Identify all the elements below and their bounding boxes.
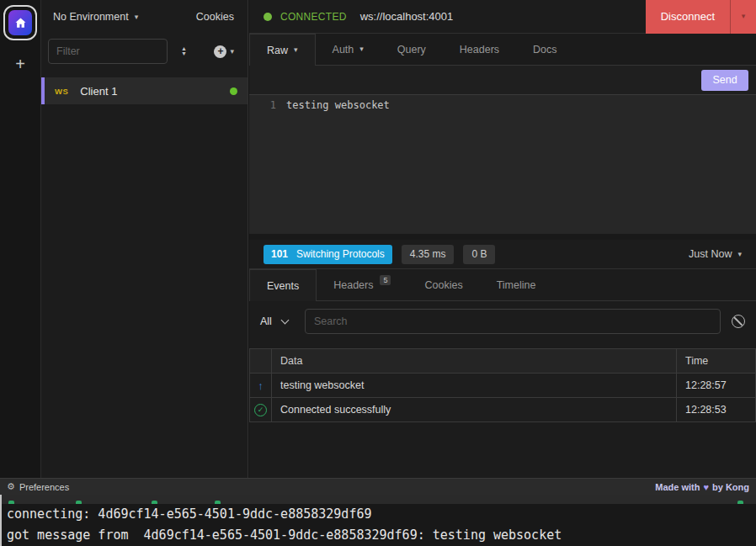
tab-headers[interactable]: Headers: [443, 34, 516, 65]
clipped-text-fragment: [8, 501, 14, 504]
event-data: testing websocket: [272, 374, 677, 398]
tab-raw[interactable]: Raw ▾: [249, 34, 316, 66]
icon-column-header: [250, 349, 272, 374]
new-project-button[interactable]: +: [15, 56, 25, 72]
time-column-header: Time: [677, 349, 756, 374]
sidebar-filter-row: ▲ ▼ + ▾: [41, 34, 248, 69]
create-request-button[interactable]: + ▾: [214, 45, 234, 58]
event-filter-row: All: [249, 301, 756, 342]
event-type-select[interactable]: All: [260, 315, 288, 327]
sidebar: No Environment ▾ Cookies ▲ ▼ + ▾ WS Clie…: [40, 0, 248, 478]
environment-label: No Environment: [53, 11, 129, 23]
event-type-selected: All: [260, 315, 272, 327]
plus-circle-icon: +: [214, 45, 226, 58]
status-footer: ⚙ Preferences Made with ♥ by Kong: [0, 478, 756, 495]
heart-icon: ♥: [703, 482, 709, 492]
tab-timeline[interactable]: Timeline: [480, 269, 553, 300]
tab-docs[interactable]: Docs: [516, 34, 573, 65]
response-age: Just Now: [689, 248, 732, 260]
status-reason: Switching Protocols: [296, 248, 385, 260]
websocket-url[interactable]: ws://localhost:4001: [360, 10, 454, 23]
home-button[interactable]: [3, 5, 37, 40]
tab-auth[interactable]: Auth ▾: [316, 34, 381, 65]
events-table: Data Time ↑ testing websocket 12:28:57 ✓…: [249, 348, 756, 422]
editor-line: 1 testing websocket: [249, 95, 756, 111]
chevron-down-icon: ▾: [135, 13, 139, 21]
sidebar-item-client-1[interactable]: WS Client 1: [41, 77, 248, 104]
sidebar-header: No Environment ▾ Cookies: [41, 0, 248, 34]
line-number: 1: [249, 99, 286, 111]
preferences-button[interactable]: ⚙ Preferences: [7, 481, 69, 492]
response-tabs: Events Headers5 Cookies Timeline: [249, 269, 756, 301]
disconnect-button-group: Disconnect ▾: [646, 0, 756, 34]
kong-credit: Made with ♥ by Kong: [655, 482, 749, 492]
clipped-text-fragment: [737, 501, 743, 504]
response-status-bar: 101 Switching Protocols 4.35 ms 0 B Just…: [249, 240, 756, 269]
chevron-down-icon: ▾: [737, 251, 742, 258]
message-sent-icon: ↑: [258, 379, 264, 392]
connection-dot-icon: [264, 13, 272, 21]
connection-status: CONNECTED: [280, 11, 347, 23]
disconnect-button[interactable]: Disconnect: [646, 0, 730, 34]
event-time: 12:28:53: [677, 398, 756, 422]
home-icon: [8, 10, 32, 35]
request-method-badge: WS: [55, 87, 68, 96]
clipped-text-fragment: [76, 501, 82, 504]
response-history-dropdown[interactable]: Just Now ▾: [689, 248, 742, 260]
tab-query[interactable]: Query: [381, 34, 443, 65]
environment-selector[interactable]: No Environment ▾: [53, 11, 138, 23]
chevron-down-icon: [280, 315, 289, 324]
tab-response-headers[interactable]: Headers5: [317, 269, 407, 300]
table-row[interactable]: ✓ Connected successfully 12:28:53: [250, 398, 756, 422]
status-code: 101: [271, 248, 288, 260]
disconnect-dropdown-button[interactable]: ▾: [730, 0, 756, 34]
duration-badge: 4.35 ms: [402, 245, 455, 264]
url-bar: CONNECTED ws://localhost:4001 Disconnect…: [249, 0, 756, 34]
payload-text: testing websocket: [286, 99, 390, 111]
headers-count-badge: 5: [380, 275, 391, 285]
clipped-text-fragment: [152, 501, 157, 504]
events-table-header: Data Time: [250, 349, 756, 374]
preferences-label: Preferences: [19, 482, 69, 492]
check-circle-icon: ✓: [254, 404, 267, 416]
chevron-down-icon: ▾: [294, 46, 298, 54]
chevron-down-icon: ▾: [742, 13, 746, 20]
terminal-line: got message from 4d69cf14-e565-4501-9ddc…: [2, 525, 756, 546]
cookies-button[interactable]: Cookies: [196, 11, 236, 23]
clear-events-icon[interactable]: [732, 315, 745, 328]
request-tabs: Raw ▾ Auth ▾ Query Headers Docs: [249, 34, 756, 66]
event-search-input[interactable]: [305, 309, 721, 334]
terminal-line: connecting: 4d69cf14-e565-4501-9ddc-e885…: [2, 504, 756, 525]
tab-response-cookies[interactable]: Cookies: [407, 269, 479, 300]
request-name: Client 1: [80, 85, 117, 98]
event-time: 12:28:57: [677, 374, 756, 398]
filter-input[interactable]: [48, 39, 168, 64]
terminal-window[interactable]: connecting: 4d69cf14-e565-4501-9ddc-e885…: [0, 495, 756, 546]
event-data: Connected successfully: [272, 398, 677, 422]
status-badge: 101 Switching Protocols: [264, 245, 392, 264]
data-column-header: Data: [272, 349, 677, 374]
activity-bar: +: [0, 0, 40, 478]
pane-splitter[interactable]: [249, 234, 756, 240]
clipped-text-fragment: [215, 501, 221, 504]
sort-icon[interactable]: ▲ ▼: [181, 46, 187, 56]
payload-editor[interactable]: 1 testing websocket: [249, 94, 756, 234]
size-badge: 0 B: [463, 245, 495, 264]
gear-icon: ⚙: [7, 481, 15, 492]
tab-events[interactable]: Events: [249, 269, 317, 301]
table-row[interactable]: ↑ testing websocket 12:28:57: [250, 374, 756, 398]
terminal-clipped-line: [2, 495, 756, 504]
send-button[interactable]: Send: [701, 70, 748, 91]
chevron-down-icon: ▾: [359, 45, 364, 53]
main-pane: CONNECTED ws://localhost:4001 Disconnect…: [249, 0, 756, 478]
connected-dot-icon: [230, 87, 237, 95]
send-row: Send: [249, 66, 756, 94]
chevron-down-icon: ▾: [230, 48, 234, 56]
